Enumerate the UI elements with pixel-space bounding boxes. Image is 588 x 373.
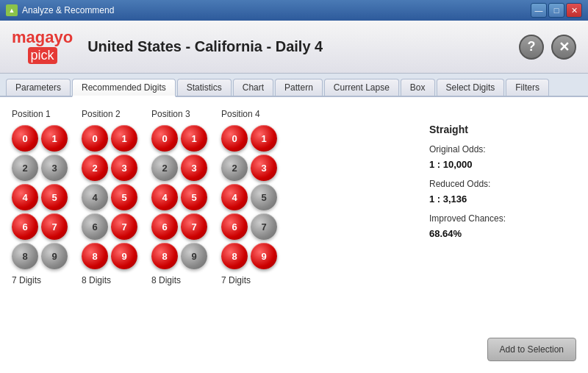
ball-6[interactable]: 6 <box>151 213 178 240</box>
balls-row: 01 <box>221 125 277 152</box>
ball-0[interactable]: 0 <box>12 125 38 152</box>
ball-3[interactable]: 3 <box>41 154 68 181</box>
ball-2[interactable]: 2 <box>12 154 38 181</box>
ball-7[interactable]: 7 <box>111 213 137 240</box>
main-content: Position 101234567897 DigitsPosition 201… <box>0 97 588 373</box>
ball-1[interactable]: 1 <box>251 125 277 152</box>
ball-8[interactable]: 8 <box>151 243 178 269</box>
add-to-selection-button[interactable]: Add to Selection <box>487 338 576 361</box>
title-bar-buttons: — □ ✕ <box>531 3 582 18</box>
header-close-button[interactable]: ✕ <box>551 35 576 60</box>
header: magayo pick United States - California -… <box>0 21 588 74</box>
positions-area: Position 101234567897 DigitsPosition 201… <box>12 109 415 361</box>
ball-1[interactable]: 1 <box>41 125 68 152</box>
ball-0[interactable]: 0 <box>221 125 248 152</box>
tab-parameters[interactable]: Parameters <box>6 79 71 96</box>
maximize-button[interactable]: □ <box>548 3 564 18</box>
ball-9[interactable]: 9 <box>41 243 68 269</box>
tab-recommended-digits[interactable]: Recommended Digits <box>72 79 176 97</box>
balls-row: 45 <box>82 184 137 210</box>
positions-grid: Position 101234567897 DigitsPosition 201… <box>12 109 415 285</box>
tab-filters[interactable]: Filters <box>506 79 549 96</box>
position-label-4: Position 4 <box>221 109 260 119</box>
ball-9[interactable]: 9 <box>181 243 207 269</box>
reduced-odds-value: 1 : 3,136 <box>429 193 576 205</box>
balls-row: 23 <box>12 154 68 181</box>
ball-8[interactable]: 8 <box>221 243 248 269</box>
ball-3[interactable]: 3 <box>111 154 137 181</box>
logo-area: magayo pick <box>12 29 73 65</box>
ball-4[interactable]: 4 <box>221 184 248 210</box>
position-label-1: Position 1 <box>12 109 51 119</box>
tab-pattern[interactable]: Pattern <box>275 79 323 96</box>
balls-row: 23 <box>151 154 207 181</box>
balls-row: 23 <box>82 154 137 181</box>
digit-count-4: 7 Digits <box>221 275 251 285</box>
position-col-4: Position 401234567897 Digits <box>221 109 284 285</box>
ball-5[interactable]: 5 <box>41 184 68 210</box>
minimize-button[interactable]: — <box>531 3 547 18</box>
title-bar: ▲ Analyze & Recommend — □ ✕ <box>0 0 588 21</box>
ball-0[interactable]: 0 <box>151 125 178 152</box>
balls-row: 01 <box>12 125 68 152</box>
ball-4[interactable]: 4 <box>12 184 38 210</box>
ball-6[interactable]: 6 <box>12 213 38 240</box>
header-icons: ? ✕ <box>519 35 576 60</box>
ball-0[interactable]: 0 <box>82 125 108 152</box>
ball-9[interactable]: 9 <box>251 243 277 269</box>
ball-2[interactable]: 2 <box>82 154 108 181</box>
tab-statistics[interactable]: Statistics <box>177 79 232 96</box>
help-button[interactable]: ? <box>519 35 544 60</box>
digit-count-3: 8 Digits <box>151 275 181 285</box>
balls-row: 89 <box>12 243 68 269</box>
ball-7[interactable]: 7 <box>251 213 277 240</box>
tab-select-digits[interactable]: Select Digits <box>437 79 505 96</box>
ball-6[interactable]: 6 <box>82 213 108 240</box>
tab-chart[interactable]: Chart <box>233 79 273 96</box>
position-col-2: Position 201234567898 Digits <box>82 109 144 285</box>
ball-7[interactable]: 7 <box>181 213 207 240</box>
tabs-bar: ParametersRecommended DigitsStatisticsCh… <box>0 74 588 97</box>
position-col-3: Position 301234567898 Digits <box>151 109 214 285</box>
window-close-button[interactable]: ✕ <box>566 3 582 18</box>
title-bar-title: Analyze & Recommend <box>22 5 114 15</box>
ball-1[interactable]: 1 <box>181 125 207 152</box>
logo-magayo: magayo <box>12 29 73 46</box>
balls-row: 89 <box>151 243 207 269</box>
balls-row: 45 <box>221 184 277 210</box>
ball-3[interactable]: 3 <box>181 154 207 181</box>
title-bar-left: ▲ Analyze & Recommend <box>6 4 114 16</box>
balls-row: 23 <box>221 154 277 181</box>
ball-2[interactable]: 2 <box>151 154 178 181</box>
ball-4[interactable]: 4 <box>151 184 178 210</box>
improved-chances-value: 68.64% <box>429 228 576 239</box>
tab-box[interactable]: Box <box>401 79 435 96</box>
balls-grid-4: 0123456789 <box>221 125 277 269</box>
position-label-3: Position 3 <box>151 109 190 119</box>
ball-5[interactable]: 5 <box>181 184 207 210</box>
stats-section-title: Straight <box>429 124 576 135</box>
reduced-odds-label: Reduced Odds: <box>429 179 576 189</box>
ball-3[interactable]: 3 <box>251 154 277 181</box>
logo-pick: pick <box>28 47 57 65</box>
tab-current-lapse[interactable]: Current Lapse <box>324 79 399 96</box>
ball-8[interactable]: 8 <box>12 243 38 269</box>
original-odds-label: Original Odds: <box>429 144 576 154</box>
ball-7[interactable]: 7 <box>41 213 68 240</box>
ball-5[interactable]: 5 <box>111 184 137 210</box>
ball-8[interactable]: 8 <box>82 243 108 269</box>
balls-row: 67 <box>82 213 137 240</box>
balls-row: 01 <box>151 125 207 152</box>
ball-6[interactable]: 6 <box>221 213 248 240</box>
balls-row: 67 <box>151 213 207 240</box>
ball-9[interactable]: 9 <box>111 243 137 269</box>
ball-5[interactable]: 5 <box>251 184 277 210</box>
digit-count-2: 8 Digits <box>82 275 111 285</box>
ball-2[interactable]: 2 <box>221 154 248 181</box>
ball-4[interactable]: 4 <box>82 184 108 210</box>
app-icon: ▲ <box>6 4 18 16</box>
original-odds-value: 1 : 10,000 <box>429 159 576 170</box>
position-col-1: Position 101234567897 Digits <box>12 109 74 285</box>
ball-1[interactable]: 1 <box>111 125 137 152</box>
position-label-2: Position 2 <box>82 109 121 119</box>
